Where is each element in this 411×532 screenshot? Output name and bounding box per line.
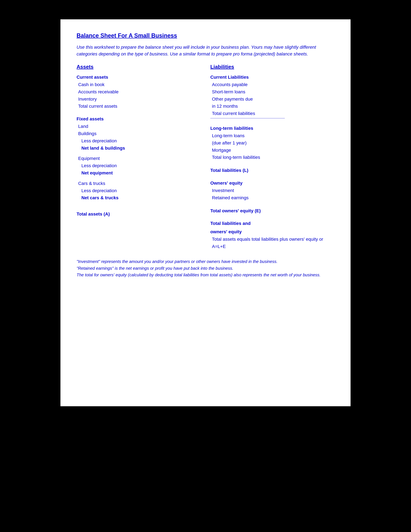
- total-assets-equals-note: Total assets equals total liabilities pl…: [210, 236, 335, 250]
- owners-equity-header: Owners' equity: [210, 180, 335, 186]
- accounts-payable: Accounts payable: [210, 81, 335, 88]
- net-cars-trucks: Net cars & trucks: [76, 194, 201, 201]
- short-term-loans: Short-term loans: [210, 88, 335, 95]
- footnote-retained-earnings: "Retained earnings" is the net earnings …: [76, 265, 335, 272]
- less-dep-buildings: Less depreciation: [76, 137, 201, 145]
- investment: Investment: [210, 187, 335, 194]
- accounts-receivable: Accounts receivable: [76, 88, 201, 95]
- total-assets: Total assets (A): [76, 210, 201, 218]
- footnote-investment: "Investment" represents the amount you a…: [76, 258, 335, 265]
- total-liabilities-and-line2: owners' equity: [210, 229, 335, 234]
- retained-earnings: Retained earnings: [210, 194, 335, 201]
- page-title: Balance Sheet For A Small Business: [76, 32, 335, 39]
- total-liabilities-and-line1: Total liabilities and: [210, 221, 335, 226]
- due-after-1-year: (due after 1 year): [210, 139, 335, 147]
- total-liabilities: Total liabilities (L): [210, 167, 335, 174]
- long-term-loans: Long-term loans: [210, 132, 335, 139]
- less-dep-equip: Less depreciation: [76, 162, 201, 170]
- total-current-assets: Total current assets: [76, 103, 201, 110]
- total-current-liabilities: Total current liabilities: [210, 110, 335, 117]
- less-dep-cars: Less depreciation: [76, 187, 201, 194]
- land: Land: [76, 123, 201, 130]
- assets-column: Assets Current assets Cash in book Accou…: [76, 64, 201, 250]
- net-land-buildings: Net land & buildings: [76, 145, 201, 152]
- current-liabilities-header: Current Liabilities: [210, 75, 335, 80]
- intro-paragraph: Use this worksheet to prepare the balanc…: [76, 44, 335, 57]
- fixed-assets-header: Fixed assets: [76, 116, 201, 122]
- footnotes-section: "Investment" represents the amount you a…: [76, 258, 335, 278]
- in-12-months: in 12 months: [210, 103, 335, 110]
- cars-trucks: Cars & trucks: [76, 180, 201, 187]
- cash-in-book: Cash in book: [76, 81, 201, 88]
- assets-header: Assets: [76, 64, 201, 70]
- equipment-label: Equipment: [76, 155, 201, 162]
- current-assets-header: Current assets: [76, 75, 201, 80]
- mortgage: Mortgage: [210, 147, 335, 154]
- inventory: Inventory: [76, 95, 201, 103]
- total-long-term-liabilities: Total long-term liabilities: [210, 154, 335, 161]
- net-equipment: Net equipment: [76, 170, 201, 177]
- other-payments-due: Other payments due: [210, 95, 335, 103]
- footnote-net-worth: The total for owners' equity (calculated…: [76, 272, 335, 278]
- liabilities-column: Liabilities Current Liabilities Accounts…: [210, 64, 335, 250]
- long-term-liabilities-header: Long-term liabilities: [210, 126, 335, 131]
- total-owners-equity: Total owners' equity (E): [210, 207, 335, 215]
- buildings: Buildings: [76, 130, 201, 137]
- liabilities-header: Liabilities: [210, 64, 335, 70]
